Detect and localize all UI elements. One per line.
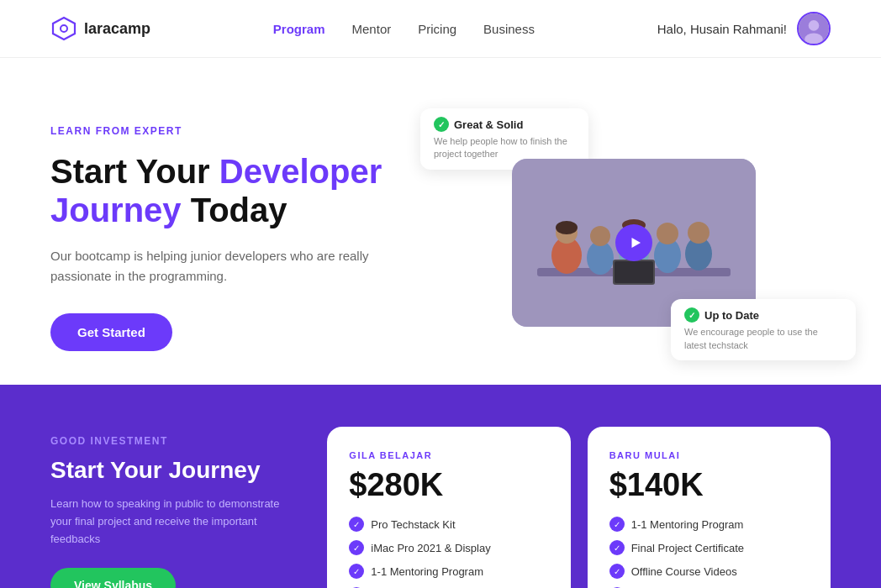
feature-item: ✓ Pro Techstack Kit xyxy=(349,517,548,532)
feature-label: Final Project Certificate xyxy=(631,542,744,554)
view-syllabus-button[interactable]: View Syllabus xyxy=(50,568,176,588)
hero-section: LEARN FROM EXPERT Start Your Developer J… xyxy=(0,58,881,385)
badge-uptodate-desc: We encourage people to use the latest te… xyxy=(684,326,842,352)
feature-check-icon: ✓ xyxy=(609,517,625,532)
hero-title: Start Your Developer Journey Today xyxy=(50,152,404,229)
plan-features-1: ✓ 1-1 Mentoring Program ✓ Final Project … xyxy=(609,517,809,588)
feature-label: iMac Pro 2021 & Display xyxy=(371,542,490,554)
plan-features-0: ✓ Pro Techstack Kit ✓ iMac Pro 2021 & Di… xyxy=(349,517,548,588)
svg-marker-21 xyxy=(631,238,641,248)
pricing-left: GOOD INVESTMENT Start Your Journey Learn… xyxy=(50,427,302,588)
pricing-section: GOOD INVESTMENT Start Your Journey Learn… xyxy=(0,385,881,588)
svg-point-4 xyxy=(805,33,823,45)
play-button[interactable] xyxy=(615,224,652,261)
badge-uptodate: ✓ Up to Date We encourage people to use … xyxy=(671,299,856,360)
feature-item: ✓ Final Project Certificate xyxy=(609,540,809,555)
badge-great-check-icon: ✓ xyxy=(434,117,449,132)
nav-program[interactable]: Program xyxy=(273,22,325,36)
badge-great-label: Great & Solid xyxy=(454,118,523,131)
feature-item: ✓ 1-1 Mentoring Program xyxy=(349,564,548,579)
badge-uptodate-title: ✓ Up to Date xyxy=(684,307,842,323)
feature-check-icon: ✓ xyxy=(349,564,364,579)
plan-label-0: GILA BELAJAR xyxy=(349,450,548,460)
user-area: Halo, Husain Rahmani! xyxy=(657,12,831,45)
badge-uptodate-label: Up to Date xyxy=(704,309,759,322)
hero-description: Our bootcamp is helping junior developer… xyxy=(50,246,404,286)
pricing-cards: GILA BELAJAR $280K ✓ Pro Techstack Kit ✓… xyxy=(327,427,831,588)
logo-text: laracamp xyxy=(84,20,150,38)
pricing-card-gila-belajar: GILA BELAJAR $280K ✓ Pro Techstack Kit ✓… xyxy=(327,427,570,588)
feature-label: 1-1 Mentoring Program xyxy=(371,565,483,578)
hero-title-start: Start Your xyxy=(50,153,219,190)
svg-marker-0 xyxy=(53,18,75,39)
badge-uptodate-check-icon: ✓ xyxy=(684,307,699,323)
nav-mentor[interactable]: Mentor xyxy=(352,22,392,36)
hero-left: LEARN FROM EXPERT Start Your Developer J… xyxy=(50,108,404,351)
feature-check-icon: ✓ xyxy=(609,564,625,579)
avatar[interactable] xyxy=(797,12,831,45)
logo[interactable]: laracamp xyxy=(50,15,150,42)
svg-point-3 xyxy=(809,20,820,31)
pricing-title: Start Your Journey xyxy=(50,457,302,484)
user-greeting: Halo, Husain Rahmani! xyxy=(657,22,787,36)
get-started-button[interactable]: Get Started xyxy=(50,313,172,351)
feature-label: Pro Techstack Kit xyxy=(371,518,455,531)
feature-check-icon: ✓ xyxy=(609,540,625,555)
hero-title-end: Today xyxy=(182,192,288,228)
feature-label: 1-1 Mentoring Program xyxy=(631,518,744,531)
navbar: laracamp Program Mentor Pricing Business… xyxy=(0,0,881,58)
svg-point-1 xyxy=(61,25,67,32)
feature-item: ✓ Offline Course Videos xyxy=(609,564,809,579)
nav-links: Program Mentor Pricing Business xyxy=(273,22,535,36)
plan-price-1: $140K xyxy=(609,467,809,503)
feature-check-icon: ✓ xyxy=(349,517,364,532)
hero-tag: LEARN FROM EXPERT xyxy=(50,125,404,137)
plan-price-0: $280K xyxy=(349,467,548,503)
feature-label: Offline Course Videos xyxy=(631,565,737,578)
pricing-tag: GOOD INVESTMENT xyxy=(50,435,302,447)
logo-icon xyxy=(50,15,77,42)
plan-label-1: BARU MULAI xyxy=(609,450,809,460)
nav-business[interactable]: Business xyxy=(483,22,535,36)
badge-great-desc: We help people how to finish the project… xyxy=(434,135,575,161)
nav-pricing[interactable]: Pricing xyxy=(418,22,456,36)
feature-item: ✓ 1-1 Mentoring Program xyxy=(609,517,809,532)
feature-check-icon: ✓ xyxy=(349,540,364,555)
pricing-description: Learn how to speaking in public to demon… xyxy=(50,496,302,548)
pricing-card-baru-mulai: BARU MULAI $140K ✓ 1-1 Mentoring Program… xyxy=(588,427,831,588)
feature-item: ✓ iMac Pro 2021 & Display xyxy=(349,540,548,555)
badge-great-title: ✓ Great & Solid xyxy=(434,117,575,132)
hero-right: ✓ Great & Solid We help people how to fi… xyxy=(437,108,831,327)
